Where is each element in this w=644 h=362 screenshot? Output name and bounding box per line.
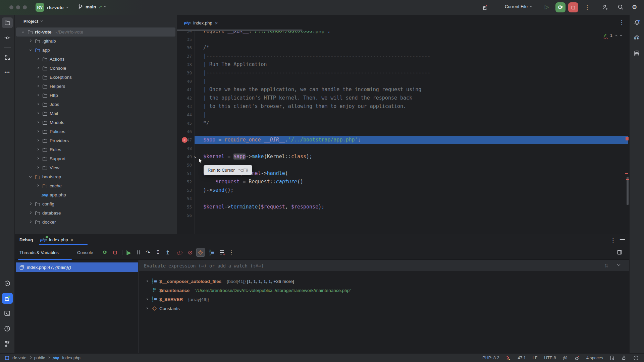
- tree-item-http[interactable]: Http: [15, 91, 177, 100]
- frames-panel[interactable]: index.php:47, {main}(): [15, 260, 139, 354]
- project-widget[interactable]: RV rfc-vote: [36, 3, 68, 12]
- line-number[interactable]: 38: [177, 60, 192, 69]
- next-problem-icon[interactable]: [620, 34, 622, 36]
- line-separator-widget[interactable]: LF: [533, 356, 538, 360]
- problems-tool-icon[interactable]: [2, 323, 13, 334]
- window-close-icon[interactable]: [9, 5, 13, 9]
- chevron-right-icon[interactable]: [29, 202, 31, 204]
- window-controls[interactable]: [9, 5, 30, 9]
- chevron-right-icon[interactable]: [36, 75, 39, 78]
- variable-row[interactable]: CConstants: [139, 304, 629, 313]
- more-tool-windows-icon[interactable]: •••: [2, 67, 13, 77]
- tree-item-database[interactable]: database: [15, 208, 177, 218]
- view-breakpoints-icon[interactable]: [176, 248, 185, 257]
- line-number[interactable]: 36: [177, 44, 192, 52]
- chevron-right-icon[interactable]: [29, 39, 31, 42]
- run-configuration-select[interactable]: Current File: [505, 4, 532, 9]
- tree-item-providers[interactable]: Providers: [15, 136, 177, 145]
- prev-problem-icon[interactable]: [615, 35, 618, 37]
- php-interpreter-icon[interactable]: [506, 355, 511, 360]
- tree-item-cache[interactable]: cache: [15, 181, 177, 190]
- tree-item-config[interactable]: config: [15, 199, 177, 208]
- tab-threads-variables[interactable]: Threads & Variables: [19, 245, 59, 260]
- tree-item-policies[interactable]: Policies: [15, 127, 177, 136]
- database-tool-icon[interactable]: [632, 48, 642, 59]
- show-variables-icon[interactable]: 123: [207, 248, 216, 257]
- chevron-right-icon[interactable]: [36, 139, 39, 141]
- expand-chevron-icon[interactable]: [144, 279, 149, 284]
- tab-console[interactable]: Console: [77, 245, 93, 260]
- step-into-icon[interactable]: ↧: [154, 248, 162, 257]
- run-to-cursor-gutter-icon[interactable]: ↘: [194, 153, 196, 161]
- chevron-right-icon[interactable]: [36, 94, 39, 96]
- stripe-error-mark[interactable]: [625, 173, 628, 174]
- lock-icon[interactable]: [622, 355, 627, 360]
- line-number[interactable]: 35: [177, 35, 192, 44]
- line-number[interactable]: 49: [177, 153, 192, 161]
- chevron-right-icon[interactable]: [36, 157, 39, 159]
- variable-row[interactable]: 123$_SERVER = {array[49]}: [139, 295, 629, 304]
- chevron-right-icon[interactable]: [36, 103, 39, 105]
- chevron-right-icon[interactable]: [36, 112, 39, 114]
- breadcrumb-file[interactable]: index.php: [62, 356, 80, 360]
- tree-item-rfc-vote[interactable]: rfc-vote~/Dev/rfc-vote: [16, 27, 175, 37]
- search-everywhere-icon[interactable]: [617, 4, 624, 10]
- tree-item-console[interactable]: Console: [15, 64, 177, 73]
- watch-input[interactable]: Evaluate expression (⏎) or add a watch (…: [139, 260, 629, 271]
- step-over-icon[interactable]: ↷: [144, 248, 152, 257]
- rerun-debug-icon[interactable]: ⟳: [101, 248, 109, 257]
- chevron-right-icon[interactable]: [36, 57, 39, 60]
- php-debug-toggle-icon[interactable]: C: [196, 248, 205, 257]
- line-number[interactable]: 40: [177, 77, 192, 85]
- settings-gear-icon[interactable]: ⚙: [632, 4, 637, 11]
- line-number[interactable]: 41: [177, 85, 192, 94]
- debugger-status-icon[interactable]: [574, 355, 580, 361]
- hide-panel-icon[interactable]: —: [620, 236, 625, 242]
- breadcrumb-project[interactable]: rfc-vote: [12, 356, 26, 360]
- tab-debug-session-index-php[interactable]: php index.php ×: [40, 234, 73, 245]
- services-tool-icon[interactable]: [2, 278, 13, 289]
- line-number[interactable]: 53: [177, 186, 192, 194]
- vcs-widget[interactable]: main ↗: [78, 4, 106, 9]
- chevron-down-icon[interactable]: [617, 263, 621, 266]
- line-number[interactable]: 42: [177, 94, 192, 102]
- sort-watches-icon[interactable]: ⇅: [604, 263, 608, 268]
- project-panel-header[interactable]: Project: [15, 15, 177, 27]
- chevron-right-icon[interactable]: [36, 184, 39, 186]
- chevron-right-icon[interactable]: [29, 211, 31, 214]
- tree-item-app[interactable]: app: [15, 46, 177, 55]
- code-style-icon[interactable]: ⚙: [610, 355, 615, 361]
- chevron-right-icon[interactable]: [36, 130, 39, 132]
- tab-close-icon[interactable]: ×: [70, 237, 73, 243]
- line-number[interactable]: 44: [177, 111, 192, 119]
- chevron-right-icon[interactable]: [29, 220, 31, 223]
- line-number[interactable]: 45: [177, 119, 192, 127]
- line-number[interactable]: 55: [177, 203, 192, 211]
- line-number[interactable]: 46: [177, 127, 192, 136]
- debug-tool-icon[interactable]: [2, 293, 13, 304]
- chevron-right-icon[interactable]: [36, 66, 39, 69]
- chevron-right-icon[interactable]: [36, 148, 39, 150]
- line-number[interactable]: 37: [177, 52, 192, 60]
- add-watch-icon[interactable]: +: [217, 248, 226, 257]
- tree-item-rules[interactable]: Rules: [15, 145, 177, 154]
- run-button[interactable]: ▷: [545, 4, 549, 10]
- chevron-right-icon[interactable]: [36, 166, 39, 168]
- chevron-down-icon[interactable]: [21, 30, 24, 33]
- variable-row[interactable]: 1001$maintenance = "/Users/brentroose/De…: [139, 286, 629, 295]
- stop-icon[interactable]: [111, 248, 119, 257]
- inspections-widget[interactable]: ✓ 1: [603, 33, 622, 38]
- tree-item-mail[interactable]: Mail: [15, 109, 177, 118]
- expand-chevron-icon[interactable]: [144, 297, 149, 302]
- stop-button[interactable]: [568, 2, 578, 12]
- tree-item-bootstrap[interactable]: bootstrap: [15, 172, 177, 181]
- project-tool-icon[interactable]: [2, 17, 13, 28]
- line-number[interactable]: 39: [177, 69, 192, 77]
- chevron-down-icon[interactable]: [29, 48, 31, 51]
- stripe-breakpoint-mark[interactable]: [626, 137, 629, 140]
- line-number[interactable]: 56: [177, 211, 192, 220]
- ai-status-icon[interactable]: @: [563, 355, 568, 361]
- stripe-error-mark[interactable]: [626, 179, 629, 180]
- mute-breakpoints-icon[interactable]: ⊘: [186, 248, 195, 257]
- tab-debug[interactable]: Debug: [19, 234, 33, 245]
